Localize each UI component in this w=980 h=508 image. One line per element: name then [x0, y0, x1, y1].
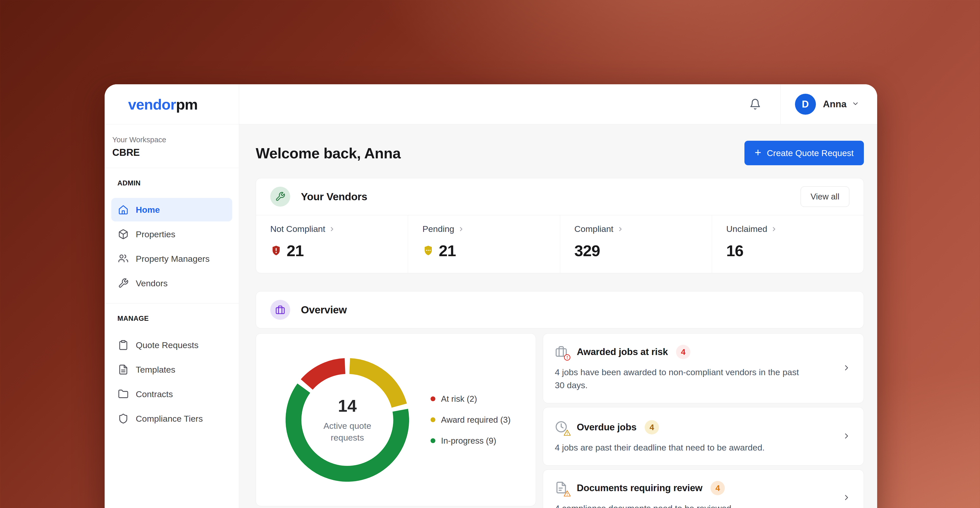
box-icon: [118, 229, 129, 240]
sidebar-item-compliance-tiers[interactable]: Compliance Tiers: [111, 407, 232, 430]
alert-header: Awarded jobs at risk 4: [555, 345, 820, 359]
users-icon: [118, 253, 129, 264]
page-header: Welcome back, Anna + Create Quote Reques…: [256, 141, 864, 165]
legend-item-award-required: Award required (3): [431, 415, 511, 425]
your-vendors-title: Your Vendors: [301, 191, 367, 203]
alerts-column: Awarded jobs at risk 4 4 jobs have been …: [543, 333, 864, 508]
legend-label: In-progress (9): [441, 436, 496, 446]
vendors-icon-circle: [270, 187, 290, 207]
create-button-label: Create Quote Request: [767, 148, 854, 158]
alert-description: 4 jobs are past their deadline that need…: [555, 441, 810, 454]
wrench-icon: [118, 278, 129, 289]
your-vendors-header: Your Vendors View all: [256, 178, 864, 215]
sidebar-item-property-managers[interactable]: Property Managers: [111, 247, 232, 270]
view-all-button[interactable]: View all: [800, 187, 850, 207]
donut-center-label: 14 Active quote requests: [286, 358, 409, 482]
main-content: Welcome back, Anna + Create Quote Reques…: [239, 125, 877, 508]
alert-header: Documents requiring review 4: [555, 481, 820, 495]
section-title-admin: ADMIN: [118, 179, 232, 187]
chevron-right-icon: [842, 493, 851, 503]
stat-link-not-compliant[interactable]: Not Compliant: [270, 224, 408, 234]
legend-label: Award required (3): [441, 415, 511, 425]
shield-alert-red-icon: [270, 244, 282, 258]
clipboard-icon: [118, 340, 129, 350]
chevron-right-icon: [458, 226, 465, 232]
sidebar-item-label: Templates: [136, 365, 175, 375]
legend-item-at-risk: At risk (2): [431, 394, 511, 404]
active-quote-count: 14: [338, 396, 356, 415]
alert-count-badge: 4: [676, 345, 690, 359]
top-bar: vendorpm D Anna: [105, 84, 877, 125]
sidebar-item-label: Property Managers: [136, 254, 210, 264]
stat-label: Unclaimed: [726, 224, 767, 234]
briefcase-alert-icon: [555, 345, 569, 359]
stat-link-compliant[interactable]: Compliant: [574, 224, 712, 234]
overdue-jobs-card[interactable]: Overdue jobs 4 4 jobs are past their dea…: [543, 407, 864, 466]
sidebar-item-label: Contracts: [136, 389, 173, 399]
alert-title: Documents requiring review: [577, 483, 702, 494]
legend-dot-yellow: [431, 417, 435, 422]
your-vendors-card: Your Vendors View all Not Compliant 21: [256, 178, 864, 273]
stat-value: 16: [726, 241, 743, 260]
page-title: Welcome back, Anna: [256, 145, 401, 162]
alert-header: Overdue jobs 4: [555, 420, 820, 435]
sidebar-item-label: Home: [136, 205, 160, 215]
awarded-jobs-at-risk-card[interactable]: Awarded jobs at risk 4 4 jobs have been …: [543, 333, 864, 403]
quote-requests-chart-card: 14 Active quote requests At risk (2) Awa…: [256, 333, 536, 506]
warning-triangle-amber-icon: [564, 429, 571, 436]
create-quote-request-button[interactable]: + Create Quote Request: [745, 141, 864, 165]
stat-label: Not Compliant: [270, 224, 325, 234]
workspace-label: Your Workspace: [112, 136, 232, 144]
alert-description: 4 compliance documents need to be review…: [555, 502, 810, 508]
sidebar-section-admin: ADMIN Home Properties Property Managers …: [105, 168, 239, 303]
chevron-right-icon: [842, 363, 851, 373]
stat-link-pending[interactable]: Pending: [422, 224, 560, 234]
overview-card: Overview: [256, 291, 864, 329]
stat-pending: Pending 21: [408, 215, 560, 273]
alert-count-badge: 4: [711, 481, 725, 495]
bell-icon: [749, 98, 761, 110]
sidebar-item-contracts[interactable]: Contracts: [111, 382, 232, 406]
clock-alert-icon: [555, 420, 569, 434]
stat-link-unclaimed[interactable]: Unclaimed: [726, 224, 864, 234]
sidebar-item-label: Compliance Tiers: [136, 414, 203, 424]
sidebar-item-vendors[interactable]: Vendors: [111, 272, 232, 295]
stat-unclaimed: Unclaimed 16: [712, 215, 864, 273]
top-bar-actions: D Anna: [746, 84, 877, 124]
avatar[interactable]: D: [795, 94, 816, 115]
sidebar-item-label: Properties: [136, 229, 175, 239]
workspace-name: CBRE: [112, 147, 232, 158]
sidebar-item-properties[interactable]: Properties: [111, 222, 232, 246]
top-bar-divider: [780, 84, 781, 125]
stat-compliant: Compliant 329: [560, 215, 712, 273]
vendorpm-logo: vendorpm: [128, 96, 197, 113]
donut-chart: 14 Active quote requests: [286, 358, 409, 482]
active-quote-label: Active quote requests: [308, 420, 387, 444]
shield-icon: [118, 413, 129, 424]
legend-dot-red: [431, 396, 435, 401]
file-text-icon: [118, 364, 129, 375]
folder-icon: [118, 389, 129, 399]
vendor-stats-row: Not Compliant 21 Pending 21: [256, 215, 864, 273]
alert-title: Overdue jobs: [577, 422, 636, 433]
overview-title: Overview: [301, 304, 347, 316]
stat-not-compliant: Not Compliant 21: [256, 215, 408, 273]
stat-label: Pending: [422, 224, 454, 234]
stat-value-row: 21: [422, 241, 560, 260]
documents-requiring-review-card[interactable]: Documents requiring review 4 4 complianc…: [543, 470, 864, 508]
workspace-block: Your Workspace CBRE: [105, 125, 239, 168]
sidebar: Your Workspace CBRE ADMIN Home Propertie…: [105, 125, 239, 508]
sidebar-item-templates[interactable]: Templates: [111, 358, 232, 381]
overview-content: 14 Active quote requests At risk (2) Awa…: [256, 333, 864, 508]
plus-icon: +: [755, 147, 761, 158]
chevron-right-icon: [617, 226, 624, 232]
notifications-button[interactable]: [746, 95, 764, 113]
user-menu-button[interactable]: [852, 100, 859, 109]
legend-dot-green: [431, 438, 435, 443]
sidebar-item-quote-requests[interactable]: Quote Requests: [111, 333, 232, 357]
sidebar-item-home[interactable]: Home: [111, 198, 232, 221]
chart-legend: At risk (2) Award required (3) In-progre…: [431, 394, 511, 446]
stat-value: 329: [574, 241, 600, 260]
stat-value: 21: [286, 241, 304, 260]
document-alert-icon: [555, 481, 569, 495]
